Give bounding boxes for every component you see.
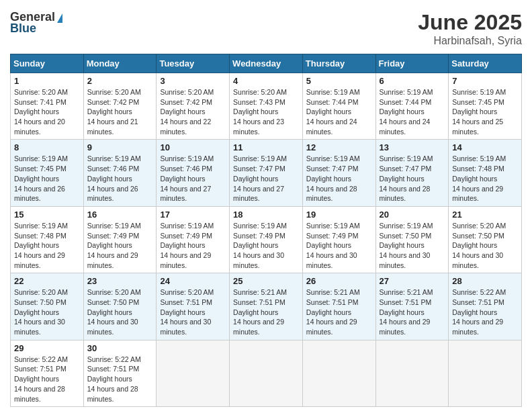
day-info: Sunrise: 5:21 AMSunset: 7:51 PMDaylight …: [306, 288, 360, 336]
day-info: Sunrise: 5:20 AMSunset: 7:43 PMDaylight …: [233, 88, 287, 136]
day-cell-29: 29 Sunrise: 5:22 AMSunset: 7:51 PMDaylig…: [11, 340, 84, 406]
empty-cell: [375, 340, 449, 406]
day-number: 28: [452, 276, 518, 286]
day-number: 23: [87, 276, 153, 286]
day-info: Sunrise: 5:19 AMSunset: 7:49 PMDaylight …: [306, 222, 360, 269]
day-number: 3: [160, 76, 226, 86]
day-cell-16: 16 Sunrise: 5:19 AMSunset: 7:49 PMDaylig…: [83, 206, 157, 273]
day-number: 2: [87, 76, 153, 86]
day-number: 24: [160, 276, 226, 286]
title-area: June 2025 Harbinafsah, Syria: [418, 10, 522, 47]
day-info: Sunrise: 5:19 AMSunset: 7:49 PMDaylight …: [87, 222, 141, 269]
day-info: Sunrise: 5:19 AMSunset: 7:45 PMDaylight …: [452, 88, 506, 136]
day-info: Sunrise: 5:20 AMSunset: 7:50 PMDaylight …: [87, 288, 141, 336]
day-info: Sunrise: 5:19 AMSunset: 7:49 PMDaylight …: [160, 222, 214, 269]
header: General Blue June 2025 Harbinafsah, Syri…: [10, 10, 522, 47]
day-info: Sunrise: 5:20 AMSunset: 7:42 PMDaylight …: [160, 88, 214, 136]
day-cell-2: 2 Sunrise: 5:20 AMSunset: 7:42 PMDayligh…: [83, 73, 157, 140]
day-number: 29: [14, 343, 80, 353]
day-info: Sunrise: 5:19 AMSunset: 7:44 PMDaylight …: [380, 88, 433, 136]
day-number: 1: [14, 76, 80, 86]
day-cell-23: 23 Sunrise: 5:20 AMSunset: 7:50 PMDaylig…: [83, 273, 157, 340]
day-number: 25: [233, 276, 299, 286]
day-cell-5: 5 Sunrise: 5:19 AMSunset: 7:44 PMDayligh…: [302, 73, 375, 140]
day-number: 26: [306, 276, 372, 286]
day-info: Sunrise: 5:19 AMSunset: 7:50 PMDaylight …: [380, 222, 433, 269]
day-cell-30: 30 Sunrise: 5:22 AMSunset: 7:51 PMDaylig…: [83, 340, 157, 406]
day-info: Sunrise: 5:20 AMSunset: 7:50 PMDaylight …: [14, 288, 68, 336]
day-info: Sunrise: 5:19 AMSunset: 7:48 PMDaylight …: [14, 222, 68, 269]
day-info: Sunrise: 5:20 AMSunset: 7:51 PMDaylight …: [160, 288, 214, 336]
day-cell-24: 24 Sunrise: 5:20 AMSunset: 7:51 PMDaylig…: [157, 273, 230, 340]
day-cell-22: 22 Sunrise: 5:20 AMSunset: 7:50 PMDaylig…: [11, 273, 84, 340]
day-cell-1: 1 Sunrise: 5:20 AMSunset: 7:41 PMDayligh…: [11, 73, 84, 140]
day-number: 4: [233, 76, 299, 86]
day-info: Sunrise: 5:20 AMSunset: 7:42 PMDaylight …: [87, 88, 141, 136]
day-cell-21: 21 Sunrise: 5:20 AMSunset: 7:50 PMDaylig…: [449, 206, 522, 273]
calendar-header-row: SundayMondayTuesdayWednesdayThursdayFrid…: [11, 54, 522, 73]
day-info: Sunrise: 5:19 AMSunset: 7:48 PMDaylight …: [452, 154, 506, 202]
day-info: Sunrise: 5:21 AMSunset: 7:51 PMDaylight …: [233, 288, 287, 336]
day-number: 19: [306, 210, 372, 220]
day-number: 11: [233, 142, 299, 152]
logo-triangle-icon: [57, 13, 62, 23]
day-number: 8: [14, 142, 80, 152]
day-number: 27: [380, 276, 445, 286]
day-cell-9: 9 Sunrise: 5:19 AMSunset: 7:46 PMDayligh…: [83, 140, 157, 206]
day-cell-4: 4 Sunrise: 5:20 AMSunset: 7:43 PMDayligh…: [230, 73, 303, 140]
empty-cell: [449, 340, 522, 406]
calendar-table: SundayMondayTuesdayWednesdayThursdayFrid…: [10, 54, 522, 407]
day-info: Sunrise: 5:19 AMSunset: 7:47 PMDaylight …: [380, 154, 433, 202]
day-cell-15: 15 Sunrise: 5:19 AMSunset: 7:48 PMDaylig…: [11, 206, 84, 273]
day-number: 22: [14, 276, 80, 286]
day-info: Sunrise: 5:19 AMSunset: 7:46 PMDaylight …: [87, 154, 141, 202]
month-year-title: June 2025: [418, 10, 522, 35]
day-number: 12: [306, 142, 372, 152]
day-cell-13: 13 Sunrise: 5:19 AMSunset: 7:47 PMDaylig…: [375, 140, 449, 206]
col-header-friday: Friday: [375, 54, 449, 73]
empty-cell: [230, 340, 303, 406]
day-info: Sunrise: 5:19 AMSunset: 7:45 PMDaylight …: [14, 154, 68, 202]
day-number: 16: [87, 210, 153, 220]
day-cell-3: 3 Sunrise: 5:20 AMSunset: 7:42 PMDayligh…: [157, 73, 230, 140]
day-cell-7: 7 Sunrise: 5:19 AMSunset: 7:45 PMDayligh…: [449, 73, 522, 140]
day-number: 14: [452, 142, 518, 152]
day-info: Sunrise: 5:19 AMSunset: 7:44 PMDaylight …: [306, 88, 360, 136]
col-header-tuesday: Tuesday: [157, 54, 230, 73]
empty-cell: [157, 340, 230, 406]
day-cell-18: 18 Sunrise: 5:19 AMSunset: 7:49 PMDaylig…: [230, 206, 303, 273]
day-cell-14: 14 Sunrise: 5:19 AMSunset: 7:48 PMDaylig…: [449, 140, 522, 206]
day-cell-25: 25 Sunrise: 5:21 AMSunset: 7:51 PMDaylig…: [230, 273, 303, 340]
col-header-thursday: Thursday: [302, 54, 375, 73]
day-number: 17: [160, 210, 226, 220]
day-number: 20: [380, 210, 445, 220]
day-cell-20: 20 Sunrise: 5:19 AMSunset: 7:50 PMDaylig…: [375, 206, 449, 273]
day-cell-19: 19 Sunrise: 5:19 AMSunset: 7:49 PMDaylig…: [302, 206, 375, 273]
calendar-week-2: 8 Sunrise: 5:19 AMSunset: 7:45 PMDayligh…: [11, 140, 522, 206]
day-number: 30: [87, 343, 153, 353]
day-number: 7: [452, 76, 518, 86]
day-info: Sunrise: 5:19 AMSunset: 7:49 PMDaylight …: [233, 222, 287, 269]
calendar-week-4: 22 Sunrise: 5:20 AMSunset: 7:50 PMDaylig…: [11, 273, 522, 340]
day-number: 18: [233, 210, 299, 220]
day-info: Sunrise: 5:22 AMSunset: 7:51 PMDaylight …: [14, 355, 68, 403]
day-cell-11: 11 Sunrise: 5:19 AMSunset: 7:47 PMDaylig…: [230, 140, 303, 206]
day-cell-17: 17 Sunrise: 5:19 AMSunset: 7:49 PMDaylig…: [157, 206, 230, 273]
empty-cell: [302, 340, 375, 406]
calendar-week-3: 15 Sunrise: 5:19 AMSunset: 7:48 PMDaylig…: [11, 206, 522, 273]
col-header-monday: Monday: [83, 54, 157, 73]
day-info: Sunrise: 5:21 AMSunset: 7:51 PMDaylight …: [380, 288, 433, 336]
col-header-sunday: Sunday: [11, 54, 84, 73]
col-header-saturday: Saturday: [449, 54, 522, 73]
logo: General Blue: [10, 10, 62, 36]
location-subtitle: Harbinafsah, Syria: [418, 35, 522, 47]
day-number: 21: [452, 210, 518, 220]
day-info: Sunrise: 5:22 AMSunset: 7:51 PMDaylight …: [87, 355, 141, 403]
day-number: 13: [380, 142, 445, 152]
calendar-week-1: 1 Sunrise: 5:20 AMSunset: 7:41 PMDayligh…: [11, 73, 522, 140]
logo-blue-text: Blue: [10, 21, 36, 36]
day-number: 15: [14, 210, 80, 220]
calendar-week-5: 29 Sunrise: 5:22 AMSunset: 7:51 PMDaylig…: [11, 340, 522, 406]
col-header-wednesday: Wednesday: [230, 54, 303, 73]
day-number: 6: [380, 76, 445, 86]
